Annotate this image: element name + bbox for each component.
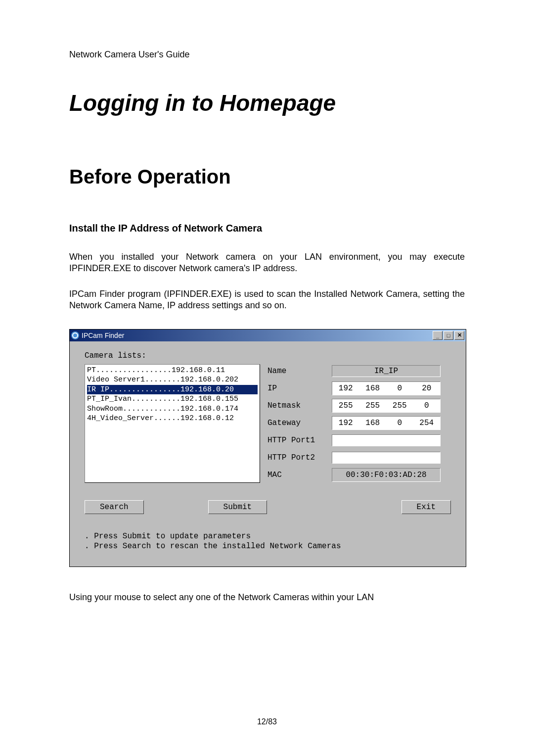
maximize-button[interactable]: □ xyxy=(444,331,453,340)
netmask-input[interactable]: 255 255 255 0 xyxy=(332,399,441,413)
ipcam-finder-window: IPCam Finder _ □ ✕ Camera lists: PT.....… xyxy=(69,329,466,567)
list-item[interactable]: ShowRoom.............192.168.0.174 xyxy=(87,404,258,414)
mac-value: 00:30:F0:03:AD:28 xyxy=(332,468,441,482)
name-row: Name IR_IP xyxy=(267,364,451,378)
window-title: IPCam Finder xyxy=(82,331,124,339)
minimize-button[interactable]: _ xyxy=(433,331,443,340)
netmask-octet-3[interactable]: 255 xyxy=(386,399,413,412)
ip-octet-4[interactable]: 20 xyxy=(413,382,441,395)
ip-octet-1[interactable]: 192 xyxy=(332,382,359,395)
page-number: 12/83 xyxy=(0,717,534,726)
gateway-octet-3[interactable]: 0 xyxy=(386,417,413,429)
search-button[interactable]: Search xyxy=(85,500,144,514)
ip-octet-3[interactable]: 0 xyxy=(386,382,413,395)
http-port1-input[interactable] xyxy=(332,434,441,446)
list-item-selected[interactable]: IR IP................192.168.0.20 xyxy=(87,385,258,395)
exit-button[interactable]: Exit xyxy=(401,500,451,514)
ip-row: IP 192 168 0 20 xyxy=(267,381,451,395)
name-value: IR_IP xyxy=(332,365,441,377)
camera-list[interactable]: PT.................192.168.0.11 Video Se… xyxy=(85,364,260,483)
gateway-input[interactable]: 192 168 0 254 xyxy=(332,416,441,430)
content-row: PT.................192.168.0.11 Video Se… xyxy=(85,364,451,485)
netmask-row: Netmask 255 255 255 0 xyxy=(267,399,451,413)
netmask-octet-4[interactable]: 0 xyxy=(413,399,441,412)
list-item[interactable]: PT_IP_Ivan...........192.168.0.155 xyxy=(87,394,258,404)
paragraph-3: Using your mouse to select any one of th… xyxy=(69,592,465,603)
list-item[interactable]: PT.................192.168.0.11 xyxy=(87,366,258,376)
hint-1: . Press Submit to update parameters xyxy=(85,531,451,542)
app-icon xyxy=(71,331,79,339)
netmask-octet-2[interactable]: 255 xyxy=(359,399,387,412)
ip-input[interactable]: 192 168 0 20 xyxy=(332,381,441,395)
submit-button[interactable]: Submit xyxy=(208,500,267,514)
hints: . Press Submit to update parameters . Pr… xyxy=(85,531,451,552)
mac-row: MAC 00:30:F0:03:AD:28 xyxy=(267,468,451,482)
list-item[interactable]: 4H_Video_Server......192.168.0.12 xyxy=(87,414,258,424)
http-port2-label: HTTP Port2 xyxy=(267,453,332,462)
window-controls: _ □ ✕ xyxy=(433,331,464,340)
http-port2-input[interactable] xyxy=(332,452,441,464)
gateway-row: Gateway 192 168 0 254 xyxy=(267,416,451,430)
mac-label: MAC xyxy=(267,471,332,479)
camera-lists-label: Camera lists: xyxy=(85,351,451,360)
section-title: Before Operation xyxy=(69,166,465,188)
header-text: Network Camera User's Guide xyxy=(69,49,465,60)
http-port1-label: HTTP Port1 xyxy=(267,436,332,445)
main-title: Logging in to Homepage xyxy=(69,90,465,116)
http-port2-row: HTTP Port2 xyxy=(267,451,451,465)
netmask-label: Netmask xyxy=(267,401,332,410)
gateway-octet-1[interactable]: 192 xyxy=(332,417,359,429)
paragraph-2: IPCam Finder program (IPFINDER.EXE) is u… xyxy=(69,288,465,312)
list-item[interactable]: Video Server1........192.168.0.202 xyxy=(87,375,258,385)
ip-label: IP xyxy=(267,384,332,393)
gateway-label: Gateway xyxy=(267,419,332,427)
button-row: Search Submit Exit xyxy=(85,500,451,514)
hint-2: . Press Search to rescan the installed N… xyxy=(85,541,451,552)
gateway-octet-2[interactable]: 168 xyxy=(359,417,387,429)
window-body: Camera lists: PT.................192.168… xyxy=(70,341,466,567)
title-left: IPCam Finder xyxy=(71,331,124,339)
close-button[interactable]: ✕ xyxy=(454,331,464,340)
netmask-octet-1[interactable]: 255 xyxy=(332,399,359,412)
details-panel: Name IR_IP IP 192 168 0 20 Netmask 255 xyxy=(267,364,451,485)
subsection-title: Install the IP Address of Network Camera xyxy=(69,223,465,234)
title-bar: IPCam Finder _ □ ✕ xyxy=(70,330,466,341)
name-label: Name xyxy=(267,367,332,376)
http-port1-row: HTTP Port1 xyxy=(267,433,451,447)
gateway-octet-4[interactable]: 254 xyxy=(413,417,441,429)
paragraph-1: When you installed your Network camera o… xyxy=(69,251,465,275)
ip-octet-2[interactable]: 168 xyxy=(359,382,387,395)
